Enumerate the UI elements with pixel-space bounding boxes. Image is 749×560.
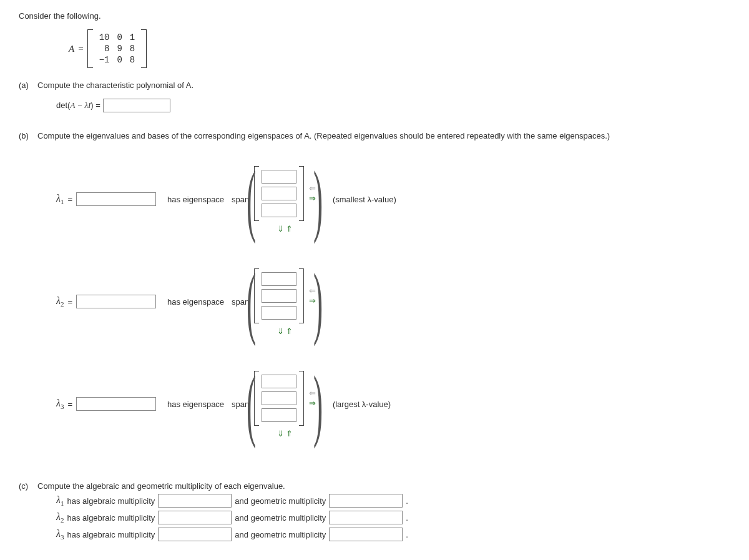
vec2-entry-3[interactable] [262, 306, 296, 320]
smallest-note: (smallest λ-value) [333, 195, 396, 204]
mult-line-2: λ2 has algebraic multiplicity and geomet… [56, 511, 730, 524]
vec3-entry-3[interactable] [262, 408, 296, 422]
part-a: (a) Compute the characteristic polynomia… [19, 81, 730, 112]
remove-row-icon[interactable]: ⇑ [286, 327, 293, 335]
add-row-icon[interactable]: ⇓ [277, 225, 284, 233]
mult-line-1: λ1 has algebraic multiplicity and geomet… [56, 494, 730, 508]
vec2-entry-2[interactable] [262, 289, 296, 303]
geo-mult-2-input[interactable] [329, 511, 403, 524]
lparen-icon: ( [247, 165, 256, 233]
lambda-2-label: λ2 [56, 295, 64, 308]
vec3-entry-2[interactable] [262, 391, 296, 405]
mult-line-3: λ3 has algebraic multiplicity and geomet… [56, 528, 730, 541]
lparen-icon: ( [247, 370, 256, 438]
matrix-definition: A = 1001 898 −108 [69, 29, 730, 68]
vec3-entry-1[interactable] [262, 375, 296, 388]
eigen-row-1: λ1 = has eigenspace span ( [56, 155, 730, 243]
vec1-entry-1[interactable] [262, 170, 296, 184]
largest-note: (largest λ-value) [333, 400, 391, 409]
vec2-entry-1[interactable] [262, 272, 296, 286]
lambda-3-label: λ3 [56, 398, 64, 410]
geo-mult-1-input[interactable] [329, 494, 403, 508]
alg-mult-1-input[interactable] [158, 494, 232, 508]
lambda-2-input[interactable] [76, 295, 156, 308]
has-eigenspace-2: has eigenspace [167, 297, 224, 307]
rparen-icon: ) [313, 370, 323, 438]
part-c-text: Compute the algebraic and geometric mult… [37, 481, 730, 491]
eigenvector-1 [254, 166, 304, 221]
has-eigenspace-1: has eigenspace [167, 195, 224, 204]
vec1-entry-3[interactable] [262, 204, 296, 217]
part-a-text: Compute the characteristic polynomial of… [37, 81, 730, 90]
eigenvector-3 [254, 371, 304, 426]
part-a-label: (a) [19, 81, 37, 112]
alg-mult-3-input[interactable] [158, 528, 232, 541]
has-eigenspace-3: has eigenspace [167, 400, 224, 409]
add-row-icon[interactable]: ⇓ [277, 327, 284, 335]
alg-mult-2-input[interactable] [158, 511, 232, 524]
lambda-1-input[interactable] [76, 192, 156, 206]
eigen-row-2: λ2 = has eigenspace span ( [56, 258, 730, 345]
rparen-icon: ) [313, 267, 323, 336]
intro-text: Consider the following. [19, 11, 730, 21]
part-c: (c) Compute the algebraic and geometric … [19, 481, 730, 544]
part-b: (b) Compute the eigenvalues and bases of… [19, 131, 730, 463]
geo-mult-3-input[interactable] [329, 528, 403, 541]
matrix-var: A [69, 44, 74, 54]
eigenvector-2 [254, 268, 304, 323]
rparen-icon: ) [313, 165, 323, 233]
remove-row-icon[interactable]: ⇑ [286, 225, 293, 233]
det-label: det(A − λI) = [56, 101, 100, 111]
remove-row-icon[interactable]: ⇑ [286, 430, 293, 438]
matrix-A: 1001 898 −108 [87, 29, 147, 68]
eigen-row-3: λ3 = has eigenspace span ( [56, 360, 730, 448]
part-c-label: (c) [19, 481, 37, 544]
equals-sign: = [78, 44, 83, 54]
lparen-icon: ( [247, 267, 256, 336]
vec1-entry-2[interactable] [262, 187, 296, 200]
add-row-icon[interactable]: ⇓ [277, 430, 284, 438]
part-b-label: (b) [19, 131, 37, 463]
part-b-text: Compute the eigenvalues and bases of the… [37, 131, 730, 140]
lambda-3-input[interactable] [76, 397, 156, 411]
lambda-1-label: λ1 [56, 193, 64, 205]
char-poly-input[interactable] [103, 99, 170, 112]
